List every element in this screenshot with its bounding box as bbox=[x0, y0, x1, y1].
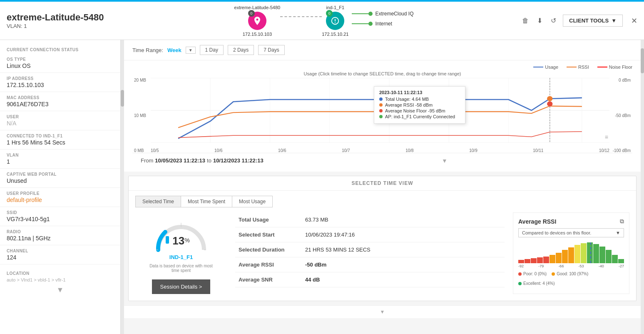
refresh-icon[interactable]: ↺ bbox=[549, 15, 558, 26]
close-button[interactable]: ✕ bbox=[631, 16, 637, 25]
sidebar-scroll-down[interactable]: ▼ bbox=[0, 284, 120, 296]
field-value-captive: Unused bbox=[7, 177, 114, 184]
node1-badge: 0 bbox=[248, 10, 255, 17]
external-link-icon[interactable]: ⧉ bbox=[620, 218, 624, 225]
x-label-10-6b: 10/6 bbox=[278, 148, 286, 153]
table-label-total-usage: Total Usage bbox=[235, 212, 302, 227]
main-content: Time Range: Week ▼ 1 Day 2 Days 7 Days U… bbox=[124, 40, 641, 334]
sidebar-scrollbar-thumb bbox=[121, 90, 124, 107]
delete-icon[interactable]: 🗑 bbox=[520, 15, 530, 26]
y-label-50dbm: -50 dBm bbox=[611, 113, 631, 118]
tab-most-time-spent[interactable]: Most Time Spent bbox=[181, 196, 232, 207]
tooltip-row-noise: Average Noise Floor -95 dBm bbox=[379, 108, 460, 113]
rssi-bar-11 bbox=[581, 243, 587, 263]
field-label-profile: USER PROFILE bbox=[7, 191, 114, 196]
svg-rect-17 bbox=[166, 236, 169, 244]
x-label-10-7: 10/7 bbox=[342, 148, 350, 153]
legend-rssi: RSSI bbox=[567, 65, 589, 70]
client-tools-chevron: ▼ bbox=[611, 17, 617, 24]
chart-chevron-down[interactable]: ▼ bbox=[265, 157, 624, 164]
rssi-legend-excellent: Excellent: 4 (4%) bbox=[518, 281, 555, 286]
main-scrollbar-thumb bbox=[641, 48, 644, 73]
sidebar-field-channel: CHANNEL 124 bbox=[0, 245, 120, 264]
client-tools-button[interactable]: CLIENT TOOLS ▼ bbox=[563, 15, 623, 27]
field-label-os: OS TYPE bbox=[7, 57, 114, 62]
field-value-profile: default-profile bbox=[7, 197, 114, 203]
solid-line-1 bbox=[352, 13, 368, 14]
rssi-bar-5 bbox=[543, 257, 549, 263]
table-row-total-usage: Total Usage 63.73 MB bbox=[235, 212, 505, 227]
dashed-line-1 bbox=[280, 16, 322, 17]
table-row-selected-duration: Selected Duration 21 HRS 53 MINS 12 SECS bbox=[235, 242, 505, 257]
time-btn-7days[interactable]: 7 Days bbox=[258, 45, 284, 55]
rssi-bar-3 bbox=[531, 258, 537, 263]
tooltip-ap: AP: ind-1_F1 Currently Connected bbox=[385, 114, 455, 119]
table-value-selected-start: 10/06/2023 19:47:16 bbox=[302, 227, 505, 242]
rssi-bar-2 bbox=[525, 259, 530, 263]
field-label-channel: CHANNEL bbox=[7, 249, 114, 253]
rssi-x-66: -66 bbox=[558, 264, 564, 268]
rssi-bar-17 bbox=[618, 259, 624, 263]
rssi-dropdown-label: Compared to devices on this floor. bbox=[522, 230, 591, 235]
table-value-avg-rssi: -50 dBm bbox=[302, 257, 505, 272]
tab-most-usage[interactable]: Most Usage bbox=[232, 196, 273, 207]
x-label-10-8: 10/8 bbox=[405, 148, 413, 153]
field-label-location: LOCATION bbox=[7, 271, 114, 276]
sidebar-scrollbar[interactable] bbox=[121, 40, 124, 334]
time-range-label: Time Range: bbox=[132, 47, 163, 53]
x-label-10-9: 10/9 bbox=[469, 148, 477, 153]
time-range-dropdown[interactable]: ▼ bbox=[186, 47, 196, 54]
gauge-container: 13% bbox=[152, 217, 210, 254]
time-btn-1day[interactable]: 1 Day bbox=[200, 45, 224, 55]
chart-wrapper[interactable]: 20 MB 10 MB 0 MB 0 dBm -50 dBm -100 dBm bbox=[132, 78, 632, 153]
field-value-ip: 172.15.10.103 bbox=[7, 82, 114, 88]
rssi-bar-13 bbox=[593, 244, 599, 263]
rssi-bar-9 bbox=[568, 247, 574, 263]
time-btn-2days[interactable]: 2 Days bbox=[228, 45, 254, 55]
avg-rssi-header: Average RSSI ⧉ bbox=[518, 218, 624, 225]
rssi-bar-10 bbox=[574, 245, 580, 263]
field-label-captive: CAPTIVE WEB PORTAL bbox=[7, 172, 114, 177]
tooltip-noise: Average Noise Floor -95 dBm bbox=[385, 108, 445, 113]
date-range-start: 10/05/2023 11:22:13 bbox=[155, 157, 205, 164]
rssi-legend-dot-excellent bbox=[518, 282, 522, 285]
time-range-bar: Time Range: Week ▼ 1 Day 2 Days 7 Days bbox=[124, 40, 641, 60]
legend-line-rssi bbox=[567, 67, 577, 67]
rssi-bar-8 bbox=[562, 250, 568, 263]
node2-label: ind-1_F1 bbox=[326, 5, 344, 10]
node2-badge: 0 bbox=[326, 10, 333, 17]
rssi-dropdown[interactable]: Compared to devices on this floor. ▼ bbox=[518, 228, 624, 237]
tab-selected-time[interactable]: Selected Time bbox=[135, 196, 181, 207]
chart-x-labels: 10/5 10/6 10/6 10/7 10/8 10/9 10/11 10/1… bbox=[151, 148, 609, 153]
bottom-chevron[interactable]: ▼ bbox=[124, 305, 641, 318]
table-value-selected-duration: 21 HRS 53 MINS 12 SECS bbox=[302, 242, 505, 257]
table-value-avg-snr: 44 dB bbox=[302, 272, 505, 287]
field-label-mac: MAC ADDRESS bbox=[7, 95, 114, 100]
y-label-100dbm: -100 dBm bbox=[611, 148, 631, 153]
stv-middle: Total Usage 63.73 MB Selected Start 10/0… bbox=[235, 212, 505, 294]
rssi-bar-6 bbox=[550, 255, 555, 263]
diagram-node-1: extreme-Latitude-5480 0 172.15.10.103 bbox=[234, 5, 281, 37]
body-container: CURRENT CONNECTION STATUS OS TYPE Linux … bbox=[0, 40, 644, 334]
download-icon[interactable]: ⬇ bbox=[535, 15, 544, 26]
date-range-end: 10/12/2023 11:22:13 bbox=[213, 157, 264, 164]
rssi-bar-1 bbox=[518, 260, 524, 263]
stv-table: Total Usage 63.73 MB Selected Start 10/0… bbox=[235, 212, 505, 287]
y-labels-left: 20 MB 10 MB 0 MB bbox=[132, 78, 151, 153]
session-details-button[interactable]: Session Details > bbox=[152, 279, 211, 294]
sidebar-wrapper: CURRENT CONNECTION STATUS OS TYPE Linux … bbox=[0, 40, 124, 334]
header-actions: 🗑 ⬇ ↺ CLIENT TOOLS ▼ ✕ bbox=[520, 15, 637, 27]
hamburger-icon[interactable]: ≡ bbox=[605, 134, 608, 140]
sidebar-field-location: LOCATION auto > Vlnd1 > vbld-1 > vflr-1 bbox=[0, 264, 120, 284]
gauge-sublabel: IND-1_F1 bbox=[169, 254, 193, 260]
session-details-label: Session Details > bbox=[160, 284, 202, 290]
svg-point-13 bbox=[547, 101, 552, 106]
chart-tooltip: 2023-10-11 11:22:13 Total Usage: 4.64 MB… bbox=[374, 86, 465, 124]
rssi-legend-dot-good bbox=[552, 272, 555, 276]
main-scrollbar[interactable] bbox=[641, 40, 644, 334]
client-tools-label: CLIENT TOOLS bbox=[569, 17, 609, 24]
rssi-bar-15 bbox=[606, 250, 612, 263]
gauge-value: 13 bbox=[172, 234, 184, 247]
stv-tabs: Selected Time Most Time Spent Most Usage bbox=[129, 191, 636, 212]
time-range-week[interactable]: Week bbox=[167, 47, 182, 53]
